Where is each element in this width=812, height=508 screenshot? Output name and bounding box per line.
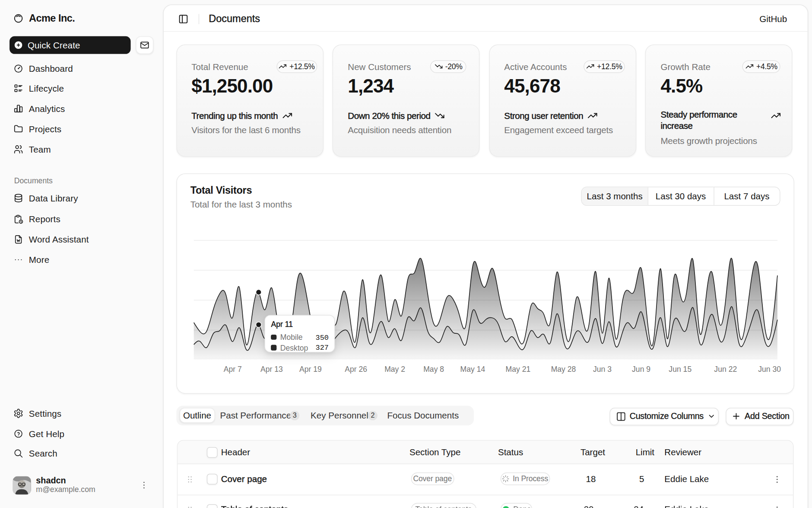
- svg-text:Apr 26: Apr 26: [345, 365, 367, 374]
- svg-text:Apr 7: Apr 7: [224, 365, 242, 374]
- svg-text:Jun 30: Jun 30: [758, 365, 781, 374]
- svg-text:May 21: May 21: [505, 365, 530, 374]
- svg-text:May 2: May 2: [384, 365, 405, 374]
- svg-text:Jun 3: Jun 3: [593, 365, 612, 374]
- svg-text:May 28: May 28: [551, 365, 576, 374]
- svg-text:Jun 9: Jun 9: [632, 365, 650, 374]
- svg-text:May 8: May 8: [423, 365, 444, 374]
- svg-text:Apr 13: Apr 13: [260, 365, 283, 374]
- svg-text:Jun 15: Jun 15: [669, 365, 691, 374]
- svg-text:Jun 22: Jun 22: [714, 365, 737, 374]
- svg-text:May 14: May 14: [460, 365, 485, 374]
- svg-text:Apr 19: Apr 19: [299, 365, 322, 374]
